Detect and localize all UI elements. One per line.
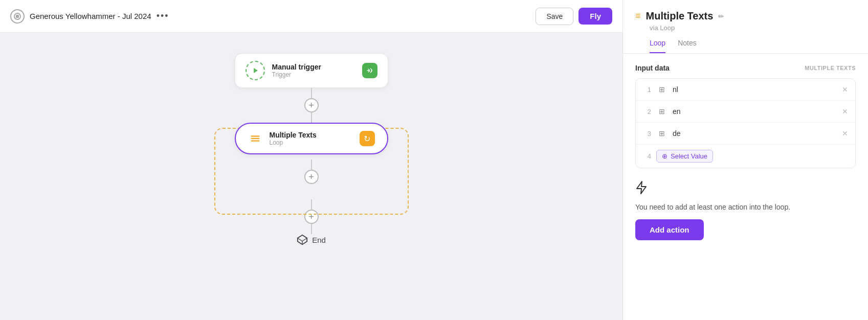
item-num-2: 2: [643, 108, 651, 116]
top-bar-left: Generous Yellowhammer - Jul 2024 •••: [10, 9, 169, 24]
save-button[interactable]: Save: [536, 8, 573, 25]
end-node: End: [297, 234, 326, 245]
project-name: Generous Yellowhammer - Jul 2024: [30, 12, 151, 20]
loop-title: Multiple Texts: [270, 131, 317, 139]
tag-icon-2: ⊞: [656, 106, 667, 117]
trigger-title: Manual trigger: [272, 63, 321, 71]
loop-container: Multiple Texts Loop ↻ +: [235, 123, 388, 184]
svg-rect-1: [16, 15, 19, 18]
panel-edit-icon[interactable]: ✏: [718, 12, 724, 20]
workflow-canvas: Manual trigger Trigger +: [0, 33, 622, 320]
top-bar: Generous Yellowhammer - Jul 2024 ••• Sav…: [0, 0, 622, 33]
panel-title-row: ≡ Multiple Texts ✏: [635, 10, 856, 22]
input-data-label: Input data: [635, 64, 670, 72]
svg-line-8: [302, 238, 307, 241]
line-2: [311, 112, 312, 123]
select-value-label: Select Value: [671, 152, 707, 160]
remove-item-3[interactable]: ✕: [842, 129, 848, 138]
lightning-icon: [635, 180, 648, 197]
input-data-header: Input data MULTIPLE TEXTS: [635, 64, 856, 72]
end-label: End: [312, 236, 326, 244]
list-item: 1 ⊞ nl ✕: [636, 79, 855, 101]
tag-icon-3: ⊞: [656, 128, 667, 139]
tag-icon-1: ⊞: [656, 84, 667, 95]
select-value-plus-icon: ⊕: [662, 152, 667, 160]
remove-item-1[interactable]: ✕: [842, 85, 848, 94]
remove-item-2[interactable]: ✕: [842, 107, 848, 116]
item-value-3: de: [673, 129, 837, 138]
stop-icon[interactable]: [10, 9, 25, 24]
line-3: [311, 159, 312, 170]
more-options-button[interactable]: •••: [157, 11, 169, 21]
add-action-button[interactable]: Add action: [635, 219, 704, 240]
add-inside-loop[interactable]: +: [304, 170, 319, 184]
panel-tabs: Loop Notes: [650, 39, 856, 53]
item-value-2: en: [673, 107, 837, 116]
loop-menu-icon: [248, 131, 262, 146]
connector-2: +: [304, 199, 319, 234]
connector-inside-loop: +: [304, 159, 319, 184]
add-after-loop[interactable]: +: [304, 210, 319, 224]
tab-notes[interactable]: Notes: [678, 39, 697, 53]
panel-menu-icon: ≡: [635, 11, 641, 21]
item-num-3: 3: [643, 130, 651, 138]
fly-button[interactable]: Fly: [578, 8, 612, 25]
trigger-node-text: Manual trigger Trigger: [272, 63, 321, 78]
empty-action-area: You need to add at least one action into…: [635, 180, 856, 240]
trigger-node[interactable]: Manual trigger Trigger: [235, 53, 388, 88]
tab-loop[interactable]: Loop: [650, 39, 665, 53]
right-panel: ≡ Multiple Texts ✏ via Loop Loop Notes I…: [622, 0, 868, 320]
line-5: [311, 224, 312, 234]
panel-subtitle: via Loop: [650, 24, 856, 32]
loop-badge: ↻: [360, 131, 375, 146]
select-value-button[interactable]: ⊕ Select Value: [656, 150, 713, 163]
trigger-badge: [362, 63, 377, 78]
list-item: 4 ⊕ Select Value: [636, 145, 855, 168]
multiple-texts-label: MULTIPLE TEXTS: [805, 65, 856, 71]
list-item: 2 ⊞ en ✕: [636, 101, 855, 123]
item-num-1: 1: [643, 86, 651, 94]
svg-line-7: [298, 238, 302, 241]
list-item: 3 ⊞ de ✕: [636, 123, 855, 145]
panel-title: Multiple Texts: [646, 10, 714, 22]
item-value-1: nl: [673, 85, 837, 94]
top-bar-right: Save Fly: [536, 8, 612, 25]
add-between-trigger-loop[interactable]: +: [304, 98, 319, 112]
panel-body: Input data MULTIPLE TEXTS 1 ⊞ nl ✕ 2 ⊞ e…: [623, 54, 868, 320]
loop-node[interactable]: Multiple Texts Loop ↻: [235, 123, 388, 154]
trigger-subtitle: Trigger: [272, 71, 321, 78]
loop-node-text: Multiple Texts Loop: [270, 131, 317, 146]
input-list: 1 ⊞ nl ✕ 2 ⊞ en ✕ 3 ⊞ de ✕ 4: [635, 78, 856, 168]
svg-marker-2: [254, 68, 258, 73]
trigger-play-icon: [246, 61, 265, 80]
empty-action-text: You need to add at least one action into…: [635, 203, 790, 211]
line-4: [311, 199, 312, 210]
loop-subtitle: Loop: [270, 139, 317, 146]
connector-1: +: [304, 88, 319, 123]
panel-header: ≡ Multiple Texts ✏ via Loop Loop Notes: [623, 0, 868, 54]
item-num-4: 4: [643, 152, 651, 160]
left-panel: Generous Yellowhammer - Jul 2024 ••• Sav…: [0, 0, 622, 320]
line-1: [311, 88, 312, 98]
